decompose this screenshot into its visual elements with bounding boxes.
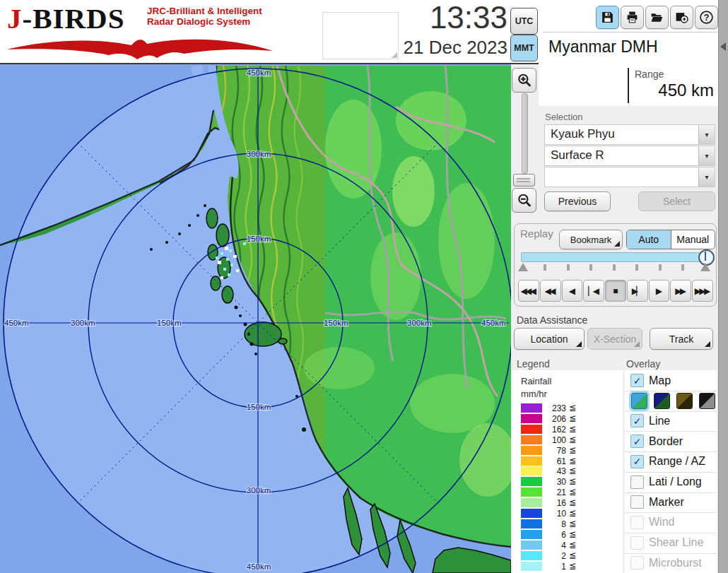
zoom-slider-track[interactable] [522,93,528,174]
legend-row: 1≦ [512,561,623,572]
map-style-swatch-row[interactable] [625,391,717,412]
radar-map-svg: 450km 300km 150km 150km 300km 450km 450k… [0,64,511,573]
overlay-item-border[interactable]: ✓Border [625,431,717,452]
slider-tick [635,264,638,271]
legend-lte-symbol: ≦ [569,519,576,528]
selection-dropdown-3[interactable]: ▾ [544,167,715,187]
legend-row: 206≦ [512,413,623,424]
legend-row: 43≦ [512,466,623,476]
slider-tick [659,264,662,271]
zoom-in-button[interactable] [512,68,536,93]
zoom-slider-handle[interactable] [513,174,535,187]
mmt-button[interactable]: MMT [510,35,538,61]
ring-label-450-e: 450km [481,319,506,327]
radar-map[interactable]: 450km 300km 150km 150km 300km 450km 450k… [0,64,511,573]
legend-row: 61≦ [512,456,623,466]
legend-value: 6 [539,530,566,540]
checkbox-border[interactable]: ✓ [630,435,644,448]
slider-tick [613,264,616,271]
track-button[interactable]: Track [650,328,713,350]
legend-value: 61 [539,456,566,466]
skip-to-end-button[interactable]: ▶▏ [627,280,648,302]
auto-button[interactable]: Auto [627,230,671,249]
checkbox-line[interactable]: ✓ [630,414,644,427]
forward-fast-button[interactable]: ▶▶ [670,280,691,302]
header-bar: J-BIRDS JRC-Brilliant & Intelligent Rada… [0,0,539,64]
dropdown-value: Surface R [545,146,698,165]
replay-label: Replay [520,228,553,240]
utc-button[interactable]: UTC [510,8,538,35]
ring-label-300-n: 300km [247,150,271,158]
save-button[interactable] [596,6,619,29]
overlay-item-lati-long[interactable]: Lati / Long [625,472,717,493]
legend-lte-symbol: ≦ [569,476,576,486]
dropdown-arrow-button[interactable]: ▾ [698,146,715,165]
slider-end-marker[interactable] [700,263,710,271]
play-button[interactable]: ▶ [649,280,670,302]
legend-row: 100≦ [512,435,623,445]
legend-panel: Rainfall mm/hr 233≦206≦162≦100≦78≦61≦43≦… [512,370,623,573]
checkbox-shear-line[interactable] [630,536,644,550]
logo-j: J [7,2,23,35]
replay-mode-group: Auto Manual [626,230,715,249]
overlay-item-marker[interactable]: Marker [625,492,717,513]
help-button[interactable]: ? [695,6,718,29]
legend-value: 43 [539,466,566,476]
overlay-item-microburst[interactable]: Microburst [625,553,717,573]
overlay-item-wind[interactable]: Wind [625,512,717,533]
overlay-item-range-az[interactable]: ✓Range / AZ [625,451,717,473]
slider-tick [544,264,546,271]
overlay-label: Overlay [626,358,660,370]
ring-label-150-w: 150km [157,319,182,327]
previous-button[interactable]: Previous [544,191,611,211]
map-style-swatch-1[interactable] [631,393,647,409]
select-button[interactable]: Select [638,191,715,211]
rewind-fast-button[interactable]: ◀◀ [540,280,561,302]
legend-lte-symbol: ≦ [569,445,576,455]
overlay-item-line[interactable]: ✓Line [625,410,717,432]
overlay-item-shear-line[interactable]: Shear Line [625,533,717,554]
checkbox-map[interactable]: ✓ [630,374,644,387]
legend-row: 8≦ [512,519,623,529]
skip-to-start-button[interactable]: ▏◀ [583,280,604,302]
magnifier-minus-icon [517,193,532,208]
overlay-item-map[interactable]: ✓Map [625,370,717,391]
map-style-swatch-2[interactable] [654,393,670,409]
add-image-button[interactable] [670,6,693,29]
bookmark-button[interactable]: Bookmark [559,230,623,249]
x-section-button[interactable]: X-Section [587,328,642,350]
logo-rest: -BIRDS [23,2,125,35]
slider-start-marker[interactable] [518,263,528,271]
stop-button[interactable]: ■ [605,280,626,302]
overlay-item-label: Map [649,374,671,387]
checkbox-range-az[interactable]: ✓ [630,455,644,468]
checkbox-microburst[interactable] [630,556,644,569]
manual-button[interactable]: Manual [671,230,715,249]
selection-dropdown-1[interactable]: Kyauk Phyu▾ [544,124,715,145]
rewind-fastest-button[interactable]: ◀◀◀ [518,280,539,302]
map-style-swatch-4[interactable] [699,393,715,409]
panel-collapse-strip[interactable] [718,0,728,573]
checkbox-marker[interactable] [630,495,644,509]
location-button[interactable]: Location [514,328,585,350]
app-logo: J-BIRDS [7,1,124,35]
open-folder-button[interactable] [645,6,669,29]
selection-dropdown-2[interactable]: Surface R▾ [544,146,715,166]
zoom-out-button[interactable] [512,188,536,213]
checkbox-wind[interactable] [630,516,644,529]
print-button[interactable] [621,6,644,29]
ring-label-150-e: 150km [324,319,348,327]
dropdown-arrow-button[interactable]: ▾ [698,125,715,144]
legend-lte-symbol: ≦ [569,561,576,571]
map-style-swatch-3[interactable] [676,393,693,409]
ring-label-450-n: 450km [247,69,271,77]
checkbox-lati-long[interactable] [630,475,644,489]
ring-label-150-s: 150km [247,403,271,411]
forward-fastest-button[interactable]: ▶▶▶ [692,280,713,302]
rewind-button[interactable]: ◀ [562,280,583,302]
dropdown-arrow-button[interactable]: ▾ [698,167,715,187]
overlay-item-label: Marker [649,496,684,509]
legend-value: 2 [539,551,566,561]
replay-slider-track[interactable] [521,252,712,262]
legend-lte-symbol: ≦ [569,435,576,444]
